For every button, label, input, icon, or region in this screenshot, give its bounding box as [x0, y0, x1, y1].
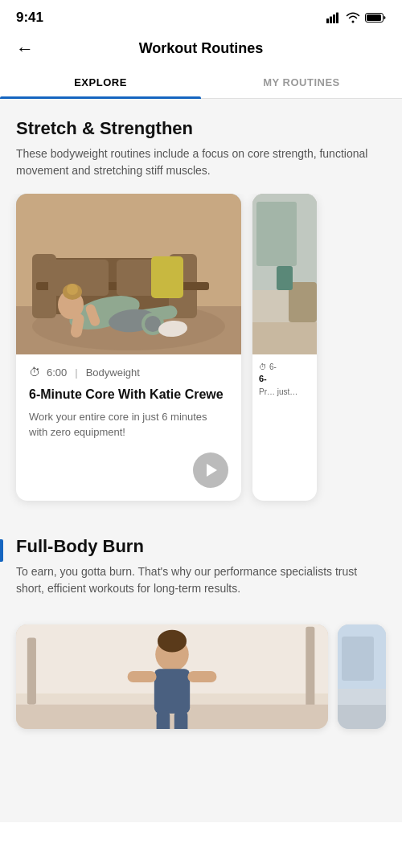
- partial-card-desc: Pr… just…: [259, 387, 310, 397]
- partial-card-meta: ⏱ 6-: [259, 362, 310, 371]
- partial-card-title: 6-: [259, 374, 310, 384]
- page-title: Workout Routines: [139, 40, 264, 57]
- section-title-stretch: Stretch & Strengthen: [16, 118, 386, 139]
- svg-rect-29: [256, 202, 297, 266]
- partial-duration: 6-: [269, 362, 277, 371]
- section-stretch-strengthen: Stretch & Strengthen These bodyweight ro…: [0, 99, 402, 179]
- main-content: Stretch & Strengthen These bodyweight ro…: [0, 99, 402, 822]
- svg-rect-30: [289, 282, 317, 322]
- status-icons: [326, 12, 386, 23]
- svg-rect-42: [128, 672, 157, 683]
- card-footer-core: [16, 452, 241, 501]
- svg-rect-36: [306, 627, 314, 716]
- svg-point-25: [145, 316, 161, 332]
- partial-card-content: ⏱ 6- 6- Pr… just…: [252, 354, 317, 405]
- svg-rect-15: [151, 256, 183, 298]
- svg-point-22: [67, 284, 78, 295]
- card-image-core: [16, 194, 241, 354]
- svg-rect-43: [187, 672, 216, 683]
- svg-rect-45: [174, 710, 188, 729]
- battery-icon: [365, 12, 386, 23]
- card-duration-core: 6:00: [47, 366, 67, 379]
- clock-icon-core: ⏱: [29, 366, 40, 379]
- card-type-core: Bodyweight: [86, 366, 140, 379]
- svg-rect-35: [27, 638, 36, 705]
- workout-card-core[interactable]: ⏱ 6:00 | Bodyweight 6-Minute Core With K…: [16, 194, 241, 501]
- bottom-cards-row: [0, 612, 402, 745]
- play-button-core[interactable]: [193, 452, 228, 488]
- svg-rect-32: [252, 322, 317, 354]
- svg-point-40: [158, 630, 187, 653]
- svg-rect-0: [326, 18, 329, 23]
- tab-explore[interactable]: EXPLORE: [0, 65, 201, 98]
- section-title-burn: Full-Body Burn: [16, 536, 386, 557]
- wifi-icon: [346, 12, 360, 23]
- status-time: 9:41: [16, 10, 43, 26]
- svg-rect-3: [336, 13, 338, 24]
- exercise-illustration: [16, 194, 241, 354]
- status-bar: 9:41: [0, 0, 402, 32]
- svg-rect-1: [330, 17, 332, 24]
- card-desc-core: Work your entire core in just 6 minutes …: [16, 410, 241, 453]
- svg-rect-2: [333, 14, 335, 23]
- back-button[interactable]: ←: [16, 40, 34, 58]
- section-desc-stretch: These bodyweight routines include a focu…: [16, 145, 386, 179]
- svg-rect-31: [277, 266, 293, 290]
- workout-card-partial[interactable]: ⏱ 6- 6- Pr… just…: [252, 194, 317, 501]
- svg-rect-44: [157, 710, 170, 729]
- card-title-core: 6-Minute Core With Katie Crewe: [16, 383, 241, 410]
- section-desc-burn: To earn, you gotta burn. That's why our …: [16, 563, 386, 597]
- signal-icon: [326, 12, 341, 23]
- svg-rect-50: [342, 637, 374, 681]
- meta-sep: |: [75, 366, 77, 379]
- svg-rect-41: [154, 669, 190, 714]
- card-meta-core: ⏱ 6:00 | Bodyweight: [16, 354, 241, 383]
- partial-card-image: [252, 194, 317, 354]
- tab-my-routines[interactable]: MY ROUTINES: [201, 65, 402, 98]
- svg-rect-5: [367, 14, 381, 21]
- tabs-container: EXPLORE MY ROUTINES: [0, 65, 402, 99]
- bottom-card-main[interactable]: [16, 624, 328, 729]
- section-full-body-burn: Full-Body Burn To earn, you gotta burn. …: [0, 517, 402, 597]
- bottom-partial-image: [338, 624, 386, 729]
- partial-clock-icon: ⏱: [259, 362, 267, 371]
- svg-rect-51: [338, 705, 386, 729]
- cards-scroll-stretch[interactable]: ⏱ 6:00 | Bodyweight 6-Minute Core With K…: [0, 194, 402, 517]
- page-header: ← Workout Routines: [0, 32, 402, 65]
- bottom-card-image: [16, 624, 328, 729]
- partial-illustration: [252, 194, 317, 354]
- bottom-card-partial[interactable]: [338, 624, 386, 729]
